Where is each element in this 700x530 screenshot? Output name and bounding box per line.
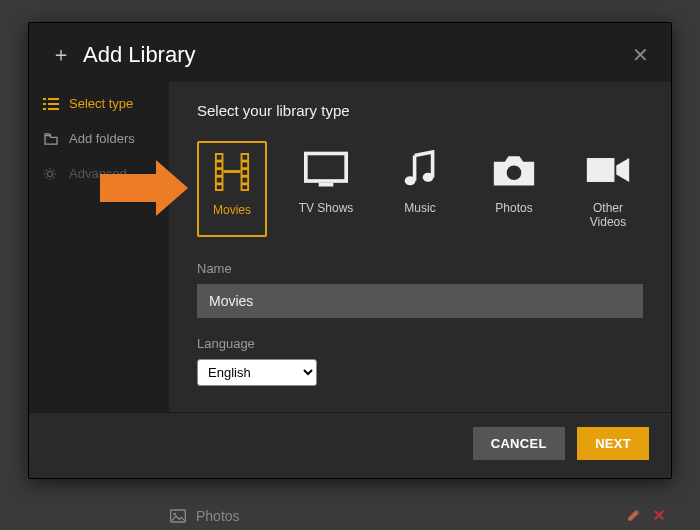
- video-camera-icon: [575, 147, 641, 193]
- svg-rect-9: [217, 185, 222, 189]
- svg-point-19: [423, 173, 434, 182]
- add-library-modal: ＋ Add Library ✕ Select type Add folders: [28, 22, 672, 479]
- sidebar-item-label: Add folders: [69, 131, 135, 146]
- library-type-tiles: Movies TV Shows Music: [197, 141, 643, 237]
- modal-header: ＋ Add Library ✕: [29, 23, 671, 82]
- language-label: Language: [197, 336, 643, 351]
- tv-icon: [293, 147, 359, 193]
- main-panel: Select your library type Movies TV Shows: [169, 82, 671, 412]
- list-icon: [43, 98, 59, 110]
- svg-point-18: [405, 176, 416, 185]
- name-label: Name: [197, 261, 643, 276]
- svg-rect-15: [223, 170, 240, 173]
- svg-rect-17: [319, 183, 334, 187]
- background-row-label: Photos: [196, 508, 240, 524]
- modal-title: Add Library: [83, 42, 196, 68]
- close-icon[interactable]: [653, 508, 665, 524]
- film-icon: [201, 149, 263, 195]
- svg-rect-8: [217, 178, 222, 183]
- tile-photos[interactable]: Photos: [479, 141, 549, 237]
- modal-footer: CANCEL NEXT: [29, 412, 671, 478]
- svg-rect-7: [217, 170, 222, 175]
- plus-icon: ＋: [51, 41, 71, 68]
- sidebar-item-add-folders[interactable]: Add folders: [29, 121, 169, 156]
- svg-rect-21: [587, 158, 615, 182]
- svg-rect-14: [242, 185, 247, 189]
- svg-point-1: [173, 513, 176, 516]
- svg-rect-10: [242, 155, 247, 160]
- sidebar-item-select-type[interactable]: Select type: [29, 86, 169, 121]
- tile-tv-shows[interactable]: TV Shows: [291, 141, 361, 237]
- cancel-button[interactable]: CANCEL: [473, 427, 565, 460]
- svg-rect-5: [217, 155, 222, 160]
- svg-rect-12: [242, 170, 247, 175]
- svg-point-20: [507, 165, 522, 180]
- main-heading: Select your library type: [197, 102, 643, 119]
- svg-point-2: [47, 171, 52, 176]
- modal-body: Select type Add folders Advanced Select …: [29, 82, 671, 412]
- sidebar: Select type Add folders Advanced: [29, 82, 169, 412]
- tile-label: TV Shows: [293, 201, 359, 215]
- name-input[interactable]: [197, 284, 643, 318]
- sidebar-item-label: Select type: [69, 96, 133, 111]
- svg-rect-6: [217, 163, 222, 168]
- tile-other-videos[interactable]: Other Videos: [573, 141, 643, 237]
- pencil-icon[interactable]: [627, 508, 641, 525]
- tile-label: Photos: [481, 201, 547, 215]
- tile-label: Music: [387, 201, 453, 215]
- background-library-row: Photos: [170, 502, 665, 530]
- photo-icon: [170, 509, 186, 523]
- sidebar-item-label: Advanced: [69, 166, 127, 181]
- tile-label: Movies: [201, 203, 263, 217]
- svg-rect-11: [242, 163, 247, 168]
- tile-music[interactable]: Music: [385, 141, 455, 237]
- sidebar-item-advanced: Advanced: [29, 156, 169, 191]
- svg-rect-13: [242, 178, 247, 183]
- tile-label: Other Videos: [575, 201, 641, 229]
- language-select[interactable]: English: [197, 359, 317, 386]
- next-button[interactable]: NEXT: [577, 427, 649, 460]
- close-button[interactable]: ✕: [632, 43, 649, 67]
- music-icon: [387, 147, 453, 193]
- camera-icon: [481, 147, 547, 193]
- gear-icon: [43, 167, 59, 181]
- tile-movies[interactable]: Movies: [197, 141, 267, 237]
- svg-rect-16: [306, 154, 346, 182]
- folder-icon: [43, 133, 59, 145]
